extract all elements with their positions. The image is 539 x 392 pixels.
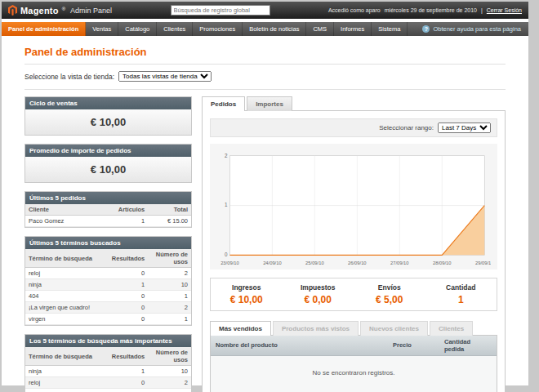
report-tabs: PedidosImportes [202,96,506,111]
column-header: Cantidad pedida [439,336,497,356]
logo-trademark: ® [62,7,65,11]
stat-ingresos: Ingresos€ 10,00 [211,283,283,305]
svg-text:25/09/10: 25/09/10 [305,261,324,265]
top-search-terms-box: Los 5 términos de búsqueda más important… [24,334,192,392]
last-orders-table: ClienteArtículosTotalPaco Gomez1€ 15.00 [25,204,191,227]
dashboard-main: PedidosImportes Seleccionar rango: Last … [202,96,506,392]
svg-text:24/09/10: 24/09/10 [263,261,282,265]
content-area: Panel de administración Seleccione la vi… [2,36,528,392]
svg-text:26/09/10: 26/09/10 [348,261,367,265]
range-label: Seleccionar rango: [379,124,434,131]
table-row[interactable]: ¡La virgen que cuadro!02 [25,302,191,314]
average-orders-value: € 10,00 [25,157,191,182]
nav-menu: Panel de administraciónVentasCatálogoCli… [2,22,408,36]
top-header: Magento ® Admin Panel Accedió como aparo… [2,2,528,19]
last-orders-box: Últimos 5 pedidos ClienteArtículosTotalP… [24,191,192,228]
column-header: Resultados [109,347,148,366]
tab-importes[interactable]: Importes [247,96,292,111]
nav-item-clientes[interactable]: Clientes [157,22,193,36]
stat-value: € 0,00 [283,294,354,305]
table-row[interactable]: reloj02 [25,377,191,389]
tab-nuevos-clientes: Nuevos clientes [360,321,428,336]
store-view-switcher: Seleccione la vista de tienda: Todas las… [24,71,506,82]
help-label: Obtener ayuda para esta página [433,25,521,33]
table-row[interactable]: ninja110 [25,366,191,377]
column-header: Precio [388,336,439,356]
table-row[interactable]: ¡La virgen que cuadro!02 [25,389,191,392]
empty-grid-message: No se encontraron registros. [211,356,497,392]
help-icon: ? [422,25,430,33]
stat-impuestos: Impuestos€ 0,00 [283,283,354,305]
admin-panel-page: Magento ® Admin Panel Accedió como aparo… [2,2,528,385]
svg-text:1: 1 [225,202,228,207]
svg-text:28/09/10: 28/09/10 [433,261,452,265]
column-header: Cliente [25,204,112,216]
nav-item-catalogo[interactable]: Catálogo [118,22,157,36]
box-title: Últimos 5 pedidos [25,192,191,204]
column-header: Número de usos [148,347,191,366]
table-row[interactable]: ninja110 [25,279,191,291]
nav-item-promociones[interactable]: Promociones [193,22,243,36]
divider [24,89,506,90]
magento-logo-icon [8,5,17,16]
table-row[interactable]: virgen01 [25,314,191,325]
table-row[interactable]: 40401 [25,291,191,302]
nav-item-boletin-de-noticias[interactable]: Boletín de noticias [243,22,306,36]
stat-label: Envíos [354,283,425,292]
products-grid: Nombre del productoPrecioCantidad pedida… [210,335,497,392]
page-title: Panel de administración [24,46,506,58]
last-search-terms-box: Últimos 5 términos buscados Término de b… [24,236,192,326]
stat-value: € 10,00 [211,294,283,305]
separator: | [481,7,483,13]
top-search-terms-table: Término de búsquedaResultadosNúmero de u… [25,347,191,392]
svg-text:0: 0 [225,252,228,257]
column-header: Término de búsqueda [25,347,109,366]
global-search-input[interactable] [171,5,270,16]
logout-link[interactable]: Cerrar Sesión [487,7,522,13]
tab-mas-vendidos[interactable]: Más vendidos [210,321,271,336]
nav-item-informes[interactable]: Informes [334,22,372,36]
nav-item-panel-de-administracion[interactable]: Panel de administración [2,22,86,36]
logged-in-as: Accedió como aparo [328,7,381,13]
logo-text: Magento [20,6,59,16]
average-orders-box: Promedio de importe de pedidos € 10,00 [24,144,192,183]
user-info: Accedió como aparo miércoles 29 de septi… [328,7,522,13]
svg-text:2: 2 [225,153,228,158]
divider [24,64,506,65]
orders-chart: 01223/09/1024/09/1025/09/1026/09/1027/09… [216,149,491,268]
column-header: Término de búsqueda [25,249,109,268]
range-bar: Seleccionar rango: Last 7 Days [210,118,497,137]
chart-container: 01223/09/1024/09/1025/09/1026/09/1027/09… [210,144,497,270]
nav-item-cms[interactable]: CMS [306,22,334,36]
range-select[interactable]: Last 7 Days [438,122,491,133]
lifetime-sales-box: Ciclo de ventas € 10,00 [24,96,192,136]
dashboard: Ciclo de ventas € 10,00 Promedio de impo… [24,96,506,392]
svg-text:23/09/10: 23/09/10 [220,261,239,265]
table-row[interactable]: Paco Gomez1€ 15.00 [25,216,191,227]
table-row[interactable]: reloj02 [25,268,191,279]
column-header: Nombre del producto [211,336,388,356]
stat-label: Impuestos [283,283,354,292]
products-table: Nombre del productoPrecioCantidad pedida [211,336,497,356]
global-search-zone [112,5,328,16]
stat-envios: Envíos€ 5,00 [354,283,425,305]
svg-text:27/09/10: 27/09/10 [390,261,409,265]
column-header: Total [148,204,191,216]
nav-item-sistema[interactable]: Sistema [372,22,408,36]
main-navigation: Panel de administraciónVentasCatálogoCli… [2,22,528,36]
svg-text:29/09/10: 29/09/10 [475,261,491,265]
column-header: Número de usos [148,249,191,268]
store-view-select[interactable]: Todas las vistas de tienda [118,71,212,82]
magento-logo: Magento ® Admin Panel [8,5,112,16]
tab-pedidos[interactable]: Pedidos [202,96,245,111]
nav-item-ventas[interactable]: Ventas [86,22,118,36]
store-view-label: Seleccione la vista de tienda: [24,73,114,81]
help-link[interactable]: ? Obtener ayuda para esta página [422,22,528,36]
totals-bar: Ingresos€ 10,00Impuestos€ 0,00Envíos€ 5,… [210,278,497,311]
bottom-tabs: Más vendidosProductos más vistosNuevos c… [210,321,497,336]
box-title: Los 5 términos de búsqueda más important… [25,335,191,347]
last-search-terms-table: Término de búsquedaResultadosNúmero de u… [25,249,191,325]
lifetime-sales-value: € 10,00 [25,109,191,135]
box-title: Últimos 5 términos buscados [25,237,191,249]
stat-label: Ingresos [211,283,283,292]
